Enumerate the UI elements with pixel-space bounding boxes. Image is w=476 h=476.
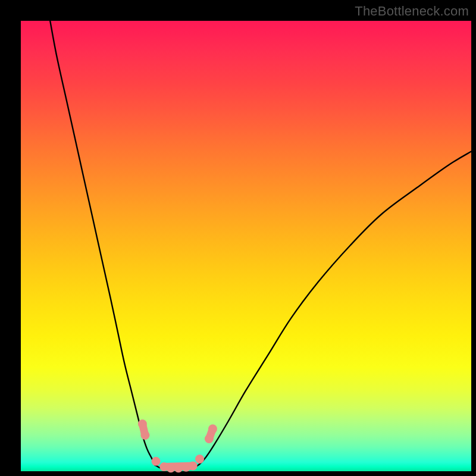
marker-dot	[208, 424, 217, 433]
marker-dot	[138, 419, 147, 428]
marker-dot	[205, 434, 214, 443]
marker-dot	[140, 431, 149, 440]
marker-dot	[174, 464, 183, 472]
marker-dot	[195, 455, 204, 464]
chart-frame: TheBottleneck.com	[0, 0, 476, 476]
watermark-text: TheBottleneck.com	[355, 4, 469, 19]
plot-area	[21, 21, 471, 471]
marker-dot	[189, 461, 198, 470]
marker-dot	[167, 464, 176, 472]
marker-dots	[138, 419, 217, 472]
bottleneck-curve	[50, 21, 471, 469]
curve-lines	[50, 21, 471, 469]
chart-svg	[21, 21, 471, 471]
marker-dot	[152, 457, 161, 466]
